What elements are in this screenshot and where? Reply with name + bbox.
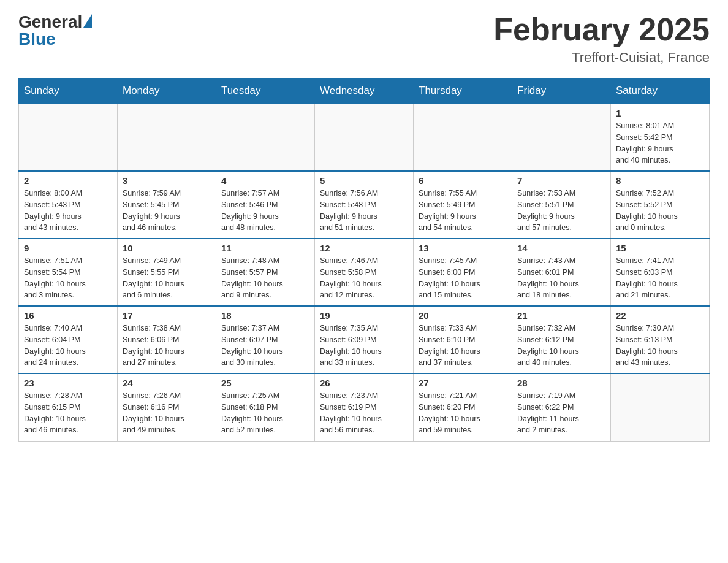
day-number: 25 xyxy=(221,378,309,388)
day-info: Sunrise: 7:45 AM Sunset: 6:00 PM Dayligh… xyxy=(419,255,507,301)
day-number: 17 xyxy=(123,310,211,321)
weekday-header-tuesday: Tuesday xyxy=(216,79,315,104)
weekday-header-wednesday: Wednesday xyxy=(315,79,414,104)
day-number: 3 xyxy=(123,175,211,186)
day-info: Sunrise: 7:48 AM Sunset: 5:57 PM Dayligh… xyxy=(221,255,309,301)
day-number: 21 xyxy=(517,310,605,321)
calendar-cell-w1d0: 2Sunrise: 8:00 AM Sunset: 5:43 PM Daylig… xyxy=(19,171,118,239)
day-info: Sunrise: 7:38 AM Sunset: 6:06 PM Dayligh… xyxy=(123,323,211,369)
calendar-cell-w4d2: 25Sunrise: 7:25 AM Sunset: 6:18 PM Dayli… xyxy=(216,373,315,441)
day-number: 16 xyxy=(24,310,112,321)
day-info: Sunrise: 7:30 AM Sunset: 6:13 PM Dayligh… xyxy=(616,323,704,369)
day-info: Sunrise: 7:43 AM Sunset: 6:01 PM Dayligh… xyxy=(517,255,605,301)
day-info: Sunrise: 7:56 AM Sunset: 5:48 PM Dayligh… xyxy=(320,188,408,234)
day-number: 11 xyxy=(221,243,309,253)
weekday-header-saturday: Saturday xyxy=(611,79,710,104)
calendar-cell-w4d5: 28Sunrise: 7:19 AM Sunset: 6:22 PM Dayli… xyxy=(512,373,611,441)
weekday-header-friday: Friday xyxy=(512,79,611,104)
calendar-cell-w4d6 xyxy=(611,373,710,441)
day-number: 24 xyxy=(123,378,211,388)
week-row-2: 9Sunrise: 7:51 AM Sunset: 5:54 PM Daylig… xyxy=(19,239,710,306)
calendar-cell-w3d6: 22Sunrise: 7:30 AM Sunset: 6:13 PM Dayli… xyxy=(611,306,710,373)
calendar-cell-w4d1: 24Sunrise: 7:26 AM Sunset: 6:16 PM Dayli… xyxy=(118,373,216,441)
calendar-cell-w2d5: 14Sunrise: 7:43 AM Sunset: 6:01 PM Dayli… xyxy=(512,239,611,306)
calendar-cell-w0d0 xyxy=(19,104,118,171)
page-header: General Blue February 2025 Treffort-Cuis… xyxy=(18,12,710,66)
calendar-cell-w1d3: 5Sunrise: 7:56 AM Sunset: 5:48 PM Daylig… xyxy=(315,171,414,239)
day-info: Sunrise: 7:40 AM Sunset: 6:04 PM Dayligh… xyxy=(24,323,112,369)
day-number: 9 xyxy=(24,243,112,253)
day-number: 12 xyxy=(320,243,408,253)
day-info: Sunrise: 7:23 AM Sunset: 6:19 PM Dayligh… xyxy=(320,390,408,436)
day-number: 7 xyxy=(517,175,605,186)
day-number: 27 xyxy=(419,378,507,388)
day-info: Sunrise: 7:25 AM Sunset: 6:18 PM Dayligh… xyxy=(221,390,309,436)
calendar-cell-w3d5: 21Sunrise: 7:32 AM Sunset: 6:12 PM Dayli… xyxy=(512,306,611,373)
calendar-cell-w0d1 xyxy=(118,104,216,171)
calendar-title: February 2025 xyxy=(493,12,710,47)
calendar-cell-w2d1: 10Sunrise: 7:49 AM Sunset: 5:55 PM Dayli… xyxy=(118,239,216,306)
day-info: Sunrise: 8:01 AM Sunset: 5:42 PM Dayligh… xyxy=(616,120,704,166)
logo-triangle-icon xyxy=(83,14,92,28)
day-info: Sunrise: 7:46 AM Sunset: 5:58 PM Dayligh… xyxy=(320,255,408,301)
weekday-header-row: SundayMondayTuesdayWednesdayThursdayFrid… xyxy=(19,79,710,104)
calendar-cell-w3d4: 20Sunrise: 7:33 AM Sunset: 6:10 PM Dayli… xyxy=(414,306,512,373)
weekday-header-thursday: Thursday xyxy=(414,79,512,104)
day-number: 28 xyxy=(517,378,605,388)
day-info: Sunrise: 7:57 AM Sunset: 5:46 PM Dayligh… xyxy=(221,188,309,234)
day-number: 18 xyxy=(221,310,309,321)
day-number: 10 xyxy=(123,243,211,253)
calendar-cell-w2d3: 12Sunrise: 7:46 AM Sunset: 5:58 PM Dayli… xyxy=(315,239,414,306)
day-info: Sunrise: 7:26 AM Sunset: 6:16 PM Dayligh… xyxy=(123,390,211,436)
calendar-cell-w0d4 xyxy=(414,104,512,171)
calendar-cell-w2d6: 15Sunrise: 7:41 AM Sunset: 6:03 PM Dayli… xyxy=(611,239,710,306)
weekday-header-monday: Monday xyxy=(118,79,216,104)
day-number: 14 xyxy=(517,243,605,253)
day-info: Sunrise: 7:53 AM Sunset: 5:51 PM Dayligh… xyxy=(517,188,605,234)
calendar-subtitle: Treffort-Cuisiat, France xyxy=(493,50,710,66)
day-info: Sunrise: 8:00 AM Sunset: 5:43 PM Dayligh… xyxy=(24,188,112,234)
day-number: 1 xyxy=(616,108,704,118)
logo: General Blue xyxy=(18,12,92,49)
calendar-cell-w3d0: 16Sunrise: 7:40 AM Sunset: 6:04 PM Dayli… xyxy=(19,306,118,373)
calendar-cell-w3d2: 18Sunrise: 7:37 AM Sunset: 6:07 PM Dayli… xyxy=(216,306,315,373)
calendar-cell-w2d4: 13Sunrise: 7:45 AM Sunset: 6:00 PM Dayli… xyxy=(414,239,512,306)
day-info: Sunrise: 7:32 AM Sunset: 6:12 PM Dayligh… xyxy=(517,323,605,369)
week-row-3: 16Sunrise: 7:40 AM Sunset: 6:04 PM Dayli… xyxy=(19,306,710,373)
day-number: 5 xyxy=(320,175,408,186)
day-info: Sunrise: 7:35 AM Sunset: 6:09 PM Dayligh… xyxy=(320,323,408,369)
day-number: 4 xyxy=(221,175,309,186)
calendar-cell-w2d0: 9Sunrise: 7:51 AM Sunset: 5:54 PM Daylig… xyxy=(19,239,118,306)
calendar-cell-w4d4: 27Sunrise: 7:21 AM Sunset: 6:20 PM Dayli… xyxy=(414,373,512,441)
day-info: Sunrise: 7:19 AM Sunset: 6:22 PM Dayligh… xyxy=(517,390,605,436)
day-info: Sunrise: 7:51 AM Sunset: 5:54 PM Dayligh… xyxy=(24,255,112,301)
calendar-cell-w3d3: 19Sunrise: 7:35 AM Sunset: 6:09 PM Dayli… xyxy=(315,306,414,373)
logo-blue-text: Blue xyxy=(18,29,56,49)
calendar-cell-w4d0: 23Sunrise: 7:28 AM Sunset: 6:15 PM Dayli… xyxy=(19,373,118,441)
calendar-cell-w1d5: 7Sunrise: 7:53 AM Sunset: 5:51 PM Daylig… xyxy=(512,171,611,239)
calendar-cell-w0d3 xyxy=(315,104,414,171)
day-info: Sunrise: 7:55 AM Sunset: 5:49 PM Dayligh… xyxy=(419,188,507,234)
calendar-cell-w1d1: 3Sunrise: 7:59 AM Sunset: 5:45 PM Daylig… xyxy=(118,171,216,239)
day-info: Sunrise: 7:33 AM Sunset: 6:10 PM Dayligh… xyxy=(419,323,507,369)
day-info: Sunrise: 7:37 AM Sunset: 6:07 PM Dayligh… xyxy=(221,323,309,369)
day-number: 13 xyxy=(419,243,507,253)
calendar-cell-w1d2: 4Sunrise: 7:57 AM Sunset: 5:46 PM Daylig… xyxy=(216,171,315,239)
day-number: 8 xyxy=(616,175,704,186)
calendar-cell-w1d6: 8Sunrise: 7:52 AM Sunset: 5:52 PM Daylig… xyxy=(611,171,710,239)
calendar-cell-w0d6: 1Sunrise: 8:01 AM Sunset: 5:42 PM Daylig… xyxy=(611,104,710,171)
calendar-cell-w1d4: 6Sunrise: 7:55 AM Sunset: 5:49 PM Daylig… xyxy=(414,171,512,239)
weekday-header-sunday: Sunday xyxy=(19,79,118,104)
day-info: Sunrise: 7:21 AM Sunset: 6:20 PM Dayligh… xyxy=(419,390,507,436)
day-number: 19 xyxy=(320,310,408,321)
day-number: 15 xyxy=(616,243,704,253)
calendar-cell-w4d3: 26Sunrise: 7:23 AM Sunset: 6:19 PM Dayli… xyxy=(315,373,414,441)
day-info: Sunrise: 7:28 AM Sunset: 6:15 PM Dayligh… xyxy=(24,390,112,436)
day-number: 23 xyxy=(24,378,112,388)
day-number: 6 xyxy=(419,175,507,186)
calendar-cell-w0d5 xyxy=(512,104,611,171)
day-number: 26 xyxy=(320,378,408,388)
day-number: 22 xyxy=(616,310,704,321)
day-number: 20 xyxy=(419,310,507,321)
day-info: Sunrise: 7:52 AM Sunset: 5:52 PM Dayligh… xyxy=(616,188,704,234)
